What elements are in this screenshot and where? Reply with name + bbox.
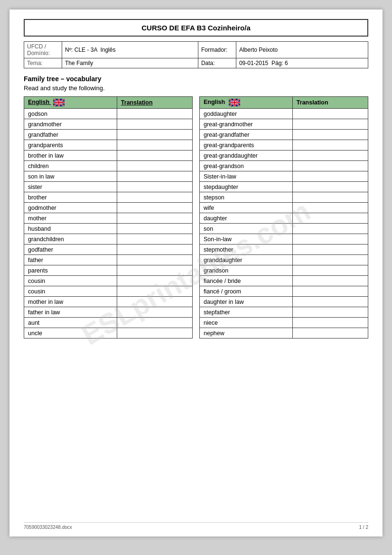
table-row: daughter <box>200 213 368 224</box>
table-row: Son-in-law <box>200 234 368 245</box>
tables-container: English Translation godsongrandmothergra… <box>24 96 368 339</box>
translation-cell <box>292 203 368 213</box>
table-row: uncle <box>24 328 193 339</box>
table-row: brother <box>24 192 193 203</box>
translation-cell <box>292 245 368 255</box>
translation-cell <box>292 276 368 286</box>
translation-cell <box>117 234 192 245</box>
translation-cell <box>117 255 192 265</box>
english-cell: fiancé / groom <box>200 286 293 297</box>
table-row: granddaughter <box>200 255 368 265</box>
english-cell: stepmother <box>200 245 293 255</box>
english-cell: godson <box>24 109 117 119</box>
english-cell: great-grandparents <box>200 140 293 151</box>
english-cell: stepdaughter <box>200 182 293 192</box>
translation-cell <box>117 192 192 203</box>
table-row: godmother <box>24 203 193 213</box>
tema-value: The Family <box>62 58 198 68</box>
english-cell: daughter in law <box>200 297 293 307</box>
table-row: stepdaughter <box>200 182 368 192</box>
english-cell: aunt <box>24 318 117 328</box>
translation-cell <box>292 318 368 328</box>
english-cell: granddaughter <box>200 255 293 265</box>
english-cell: great-grandson <box>200 161 293 171</box>
table-row: sister <box>24 182 193 192</box>
right-vocab-table: English Translation goddaughtergreat-gra… <box>199 96 368 339</box>
translation-cell <box>292 328 368 339</box>
english-cell: brother in law <box>24 151 117 161</box>
table-row: goddaughter <box>200 109 368 119</box>
translation-cell <box>292 182 368 192</box>
translation-cell <box>292 213 368 224</box>
translation-cell <box>117 203 192 213</box>
translation-cell <box>117 161 192 171</box>
formador-label: Formador: <box>198 42 236 58</box>
footer: 70590033023248.docx 1 / 2 <box>24 522 368 530</box>
table-row: brother in law <box>24 151 193 161</box>
translation-cell <box>292 171 368 182</box>
english-cell: daughter <box>200 213 293 224</box>
table-row: grandmother <box>24 119 193 130</box>
english-cell: goddaughter <box>200 109 293 119</box>
table-row: great-granddaughter <box>200 151 368 161</box>
table-row: nephew <box>200 328 368 339</box>
english-cell: mother in law <box>24 297 117 307</box>
table-row: fiancé / groom <box>200 286 368 297</box>
english-cell: Son-in-law <box>200 234 293 245</box>
english-cell: stepfather <box>200 307 293 318</box>
translation-cell <box>117 297 192 307</box>
ufcd-label: UFCD / Domínio: <box>24 42 62 58</box>
table-row: father <box>24 255 193 265</box>
english-cell: grandson <box>200 265 293 276</box>
formador-value: Alberto Peixoto <box>236 42 368 58</box>
table-row: father in law <box>24 307 193 318</box>
table-row: great-grandson <box>200 161 368 171</box>
table-row: grandson <box>200 265 368 276</box>
translation-cell <box>117 130 192 140</box>
data-label: Data: <box>198 58 236 68</box>
table-row: godfather <box>24 245 193 255</box>
table-row: grandparents <box>24 140 193 151</box>
nce-value: Nº: CLE - 3A Inglês <box>62 42 198 58</box>
translation-cell <box>292 140 368 151</box>
left-col1-header: English <box>24 97 117 109</box>
english-cell: grandchildren <box>24 234 117 245</box>
table-row: cousin <box>24 276 193 286</box>
left-vocab-table: English Translation godsongrandmothergra… <box>24 96 193 339</box>
right-col2-header: Translation <box>292 97 368 109</box>
translation-cell <box>117 182 192 192</box>
translation-cell <box>292 297 368 307</box>
table-row: stepfather <box>200 307 368 318</box>
english-cell: fiancée / bride <box>200 276 293 286</box>
table-row: daughter in law <box>200 297 368 307</box>
translation-cell <box>292 255 368 265</box>
meta-table: UFCD / Domínio: Nº: CLE - 3A Inglês Form… <box>24 41 368 68</box>
table-row: aunt <box>24 318 193 328</box>
table-row: children <box>24 161 193 171</box>
english-cell: niece <box>200 318 293 328</box>
translation-cell <box>117 224 192 234</box>
translation-cell <box>292 234 368 245</box>
english-cell: son in law <box>24 171 117 182</box>
english-cell: Sister-in-law <box>200 171 293 182</box>
table-row: mother <box>24 213 193 224</box>
english-cell: godfather <box>24 245 117 255</box>
table-row: son <box>200 224 368 234</box>
english-cell: brother <box>24 192 117 203</box>
uk-flag-icon <box>53 99 65 106</box>
translation-cell <box>117 213 192 224</box>
english-cell: parents <box>24 265 117 276</box>
translation-cell <box>117 276 192 286</box>
translation-cell <box>292 224 368 234</box>
translation-cell <box>292 119 368 130</box>
table-row: godson <box>24 109 193 119</box>
translation-cell <box>117 328 192 339</box>
translation-cell <box>117 109 192 119</box>
english-cell: mother <box>24 213 117 224</box>
english-cell: cousin <box>24 286 117 297</box>
english-cell: grandfather <box>24 130 117 140</box>
english-cell: grandparents <box>24 140 117 151</box>
table-row: son in law <box>24 171 193 182</box>
table-row: parents <box>24 265 193 276</box>
english-cell: father <box>24 255 117 265</box>
